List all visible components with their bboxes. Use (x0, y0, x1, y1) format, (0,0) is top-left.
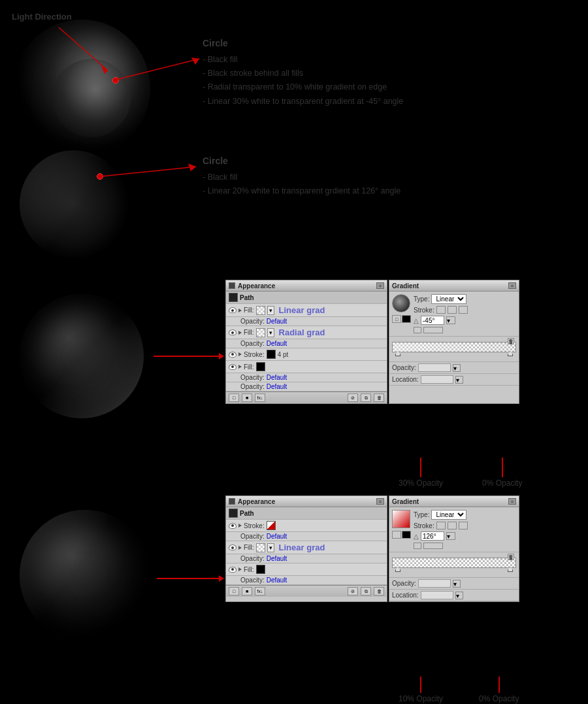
light-direction-label: Light Direction (12, 12, 72, 22)
footer-btn-2[interactable]: ■ (242, 394, 252, 402)
grad-opacity-label: Opacity: (392, 364, 416, 371)
footer-btn-del[interactable]: 🗑 (374, 394, 384, 402)
footer-btn-bhide[interactable]: ⊘ (348, 587, 358, 595)
stroke-size: 4 pt (278, 351, 289, 358)
fill-dropdown-2[interactable]: ▾ (267, 328, 274, 337)
eye-icon-b3[interactable] (229, 567, 237, 573)
grad-stroke-btn2-b[interactable] (448, 522, 457, 529)
gradient-menu-btn-bottom[interactable]: = (508, 498, 516, 505)
grad-opacity-label-b: Opacity: (392, 580, 416, 587)
appearance-footer-bottom: □ ■ fx↓ ⊘ ⧉ 🗑 (226, 585, 387, 597)
footer-btn-bfx[interactable]: fx↓ (255, 587, 265, 595)
fill-dropdown-b1[interactable]: ▾ (267, 543, 274, 552)
opv-b1: Default (267, 533, 287, 540)
opl-b2: Opacity: (240, 555, 265, 562)
appearance-menu-btn[interactable]: = (376, 282, 384, 289)
expand-arrow-3[interactable] (238, 352, 242, 356)
fill-dropdown-1[interactable]: ▾ (267, 306, 274, 315)
expand-b1[interactable] (238, 524, 242, 528)
fill-value-b1: Linear grad (279, 543, 325, 552)
path-row: Path (226, 292, 387, 304)
footer-btn-b1[interactable]: □ (229, 587, 239, 595)
expand-b3[interactable] (238, 567, 242, 571)
eye-icon-2[interactable] (229, 329, 237, 335)
opv-b3: Default (267, 577, 287, 584)
grad-location-dropdown-b[interactable]: ▾ (455, 592, 463, 599)
opl-b3: Opacity: (240, 577, 265, 584)
footer-btn-b2[interactable]: ■ (242, 587, 252, 595)
grad-stroke-btn1-b[interactable] (436, 522, 446, 529)
mid-arrow (154, 353, 224, 360)
stroke-row-bottom: Stroke: (226, 520, 387, 532)
grad-angle-input[interactable] (421, 316, 444, 325)
eye-icon-b2[interactable] (229, 545, 237, 550)
fill-label-3: Fill: (244, 363, 254, 371)
grad-aspect-b[interactable] (423, 543, 443, 549)
grad-stroke-btn2[interactable] (448, 306, 457, 314)
grad-angle-input-b[interactable] (421, 531, 444, 541)
opacity-label-3: Opacity: (240, 374, 265, 381)
grad-stop-right[interactable] (508, 351, 513, 356)
grad-location-input-b[interactable] (421, 591, 453, 599)
angle-dropdown[interactable]: ▾ (446, 316, 455, 324)
appearance-footer: □ ■ fx↓ ⊘ ⧉ 🗑 (226, 392, 387, 403)
gradient-panel-bottom: Gradient = Type: Linear (389, 495, 519, 602)
eye-icon-1[interactable] (229, 307, 237, 313)
grad-preview (392, 294, 410, 312)
grad-type-select[interactable]: Linear (431, 294, 466, 304)
footer-btn-bdel[interactable]: 🗑 (374, 587, 384, 595)
grad-opacity-dropdown[interactable]: ▾ (453, 364, 461, 372)
grad-stroke-btn3-b[interactable] (459, 522, 468, 529)
footer-btn-copy[interactable]: ⧉ (361, 394, 371, 402)
footer-btn-1[interactable]: □ (229, 394, 239, 402)
grad-preview-bottom (392, 510, 410, 528)
grad-stroke-btn1[interactable] (436, 306, 446, 314)
expand-arrow-1[interactable] (238, 309, 242, 312)
eye-icon-3[interactable] (229, 352, 237, 358)
angle-dropdown-b[interactable]: ▾ (446, 532, 455, 540)
grad-stop-left-b[interactable] (395, 567, 400, 572)
fill-label-1: Fill: (244, 307, 254, 314)
grad-stop-right-b[interactable] (508, 567, 513, 572)
grad-aspect-input[interactable] (423, 327, 443, 333)
stop2-opacity-label: 0% Opacity (482, 478, 522, 488)
appearance-title-bottom: Appearance (238, 498, 275, 505)
stop1-opacity-label: 30% Opacity (399, 478, 443, 488)
expand-arrow-2[interactable] (238, 331, 242, 335)
footer-btn-fx[interactable]: fx↓ (255, 394, 265, 402)
grad-location-input[interactable] (421, 375, 453, 384)
annotation-circle2: Circle - Black fill - Linear 20% white t… (203, 154, 400, 198)
footer-btn-hide[interactable]: ⊘ (348, 394, 358, 402)
stroke-swatch (267, 350, 276, 359)
opl-b1: Opacity: (240, 533, 265, 540)
gradient-titlebar: Gradient = (389, 280, 519, 292)
eye-icon-b1[interactable] (229, 523, 237, 529)
fill-swatch-2 (256, 328, 265, 337)
grad-stroke-label-b: Stroke: (414, 522, 434, 529)
circle-large (13, 20, 150, 157)
appearance-titlebar-bottom: Appearance = (226, 496, 387, 507)
grad-opacity-input[interactable] (418, 363, 451, 372)
arrow-indicator-right-b (498, 677, 500, 693)
expand-b2[interactable] (238, 546, 242, 550)
eye-icon-4[interactable] (229, 364, 237, 370)
svg-marker-3 (191, 58, 199, 65)
path-label: Path (240, 294, 254, 301)
grad-opacity-input-b[interactable] (418, 579, 451, 588)
circle1-note2: - Black stroke behind all fills (203, 67, 403, 80)
grad-location-label-b: Location: (392, 592, 419, 599)
grad-location-dropdown[interactable]: ▾ (455, 376, 463, 384)
grad-swatch-k-b (402, 531, 411, 539)
opacity-row-b2: Opacity: Default (226, 554, 387, 563)
footer-btn-bcopy[interactable]: ⧉ (361, 587, 371, 595)
grad-type-select-b[interactable]: Linear (431, 510, 466, 520)
angle-icon-b: △ (414, 533, 419, 540)
grad-stop-left[interactable] (395, 351, 400, 356)
gradient-menu-btn[interactable]: = (508, 282, 516, 289)
appearance-menu-btn-bottom[interactable]: = (376, 498, 384, 505)
grad-stroke-btn3[interactable] (459, 306, 468, 314)
expand-arrow-4[interactable] (238, 365, 242, 369)
grad-reverse-btn-b[interactable] (414, 543, 421, 549)
grad-opacity-dropdown-b[interactable]: ▾ (453, 580, 461, 588)
grad-reverse-btn[interactable] (414, 327, 421, 333)
